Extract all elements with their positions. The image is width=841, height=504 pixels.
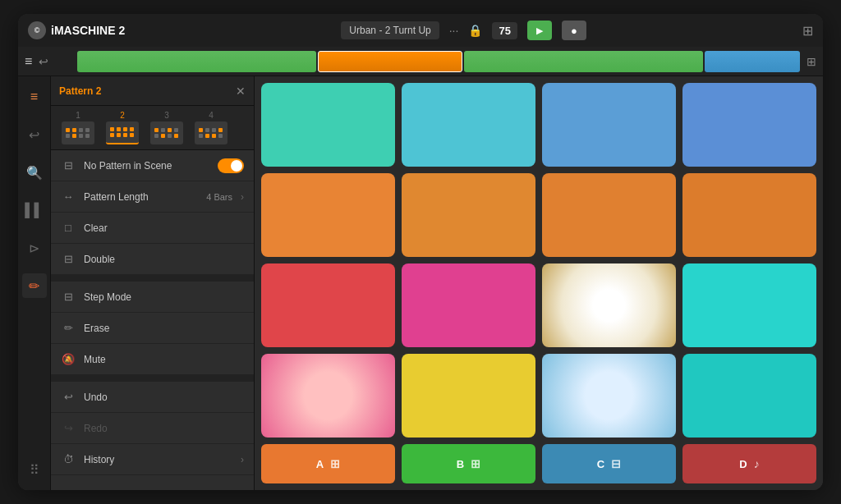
instrument-btn-d[interactable]: D ♪ xyxy=(682,444,816,483)
top-bar-center: Urban - 2 Turnt Up ··· 🔒 75 xyxy=(133,21,794,40)
dot xyxy=(199,134,203,138)
inst-a-label: A xyxy=(316,458,324,470)
sidebar-item-edit[interactable]: ✏ xyxy=(22,273,47,298)
pad-8[interactable] xyxy=(682,263,816,347)
dot xyxy=(161,128,165,132)
sidebar-item-navigate[interactable]: ⊳ xyxy=(22,236,47,260)
dot xyxy=(72,128,76,132)
pad-grid xyxy=(261,83,816,438)
grid-view-icon[interactable]: ⊞ xyxy=(802,23,813,39)
pad-14[interactable] xyxy=(402,83,535,167)
app-container: © iMASCHINE 2 Urban - 2 Turnt Up ··· 🔒 7… xyxy=(18,14,823,490)
inst-b-icon: ⊞ xyxy=(471,457,480,470)
song-title[interactable]: Urban - 2 Turnt Up xyxy=(341,21,439,39)
play-button[interactable] xyxy=(527,21,552,40)
pattern-tab-1[interactable]: 1 xyxy=(57,111,99,144)
dot xyxy=(123,133,127,137)
pad-9[interactable] xyxy=(261,173,395,257)
inst-b-label: B xyxy=(457,458,464,470)
sidebar-item-mixer[interactable]: ▌▌ xyxy=(22,198,47,222)
pattern-tab-2[interactable]: 2 xyxy=(102,111,143,144)
menu-toggle-icon[interactable]: ≡ xyxy=(25,54,32,69)
dot xyxy=(154,128,159,132)
instrument-btn-b[interactable]: B ⊞ xyxy=(402,444,535,483)
timeline-bar: ≡ ↩ ⊞ xyxy=(18,47,823,76)
pattern-thumb-2 xyxy=(106,121,139,144)
dot xyxy=(72,134,76,138)
sidebar-item-menu[interactable]: ≡ xyxy=(22,85,47,109)
pad-4[interactable] xyxy=(682,354,816,438)
more-options-icon[interactable]: ··· xyxy=(449,24,459,37)
menu-item-clear[interactable]: □ Clear xyxy=(51,213,254,244)
erase-label: Erase xyxy=(84,323,244,334)
pattern-thumb-1 xyxy=(62,121,94,144)
track-segment-c[interactable] xyxy=(464,51,703,72)
pad-7[interactable] xyxy=(542,263,676,347)
menu-item-redo: ↪ Redo xyxy=(51,413,254,444)
instrument-btn-c[interactable]: C ⊟ xyxy=(542,444,676,483)
dot xyxy=(212,134,216,138)
dot xyxy=(205,134,209,138)
timeline-left-icons: ≡ ↩ xyxy=(25,54,74,69)
dot xyxy=(154,134,159,138)
timeline-tracks[interactable] xyxy=(77,51,800,72)
menu-item-pattern-length[interactable]: ↔ Pattern Length 4 Bars › xyxy=(51,181,254,213)
pattern-tab-2-number: 2 xyxy=(120,111,125,120)
history-arrow: › xyxy=(241,454,244,465)
pattern-thumb-3 xyxy=(150,121,183,144)
no-pattern-label: No Pattern in Scene xyxy=(84,160,209,172)
undo-timeline-icon[interactable]: ↩ xyxy=(39,55,48,68)
pad-10[interactable] xyxy=(402,173,535,257)
track-segment-d[interactable] xyxy=(705,51,800,72)
pattern-length-arrow: › xyxy=(241,191,244,203)
menu-item-mute[interactable]: 🔕 Mute xyxy=(51,344,254,375)
bpm-display[interactable]: 75 xyxy=(492,22,517,39)
track-segment-a[interactable] xyxy=(77,51,316,72)
pad-3[interactable] xyxy=(542,354,676,438)
track-segment-b[interactable] xyxy=(318,51,462,72)
dot xyxy=(168,134,172,138)
menu-item-history[interactable]: ⏱ History › xyxy=(51,444,254,475)
double-label: Double xyxy=(84,254,244,265)
dot xyxy=(85,134,90,138)
pad-2[interactable] xyxy=(402,354,535,438)
pad-16[interactable] xyxy=(682,83,816,167)
step-mode-label: Step Mode xyxy=(84,291,244,303)
pattern-dots-2 xyxy=(110,127,135,137)
pad-6[interactable] xyxy=(402,263,535,347)
menu-item-undo[interactable]: ↩ Undo xyxy=(51,382,254,413)
record-button[interactable] xyxy=(562,21,586,40)
dot xyxy=(79,128,83,132)
left-sidebar: ≡ ↩ 🔍 ▌▌ ⊳ ✏ ⠿ xyxy=(18,76,51,490)
pad-15[interactable] xyxy=(542,83,676,167)
menu-item-erase[interactable]: ✏ Erase xyxy=(51,313,254,344)
pad-11[interactable] xyxy=(542,173,676,257)
menu-item-step-mode[interactable]: ⊟ Step Mode xyxy=(51,282,254,313)
pattern-tab-4[interactable]: 4 xyxy=(191,111,232,144)
timeline-settings-icon[interactable]: ⊞ xyxy=(803,55,816,68)
panel-header: Pattern 2 ✕ xyxy=(51,76,254,106)
sidebar-item-search[interactable]: 🔍 xyxy=(22,160,47,185)
pattern-tab-3[interactable]: 3 xyxy=(146,111,187,144)
pad-1[interactable] xyxy=(261,354,395,438)
sidebar-item-grid[interactable]: ⠿ xyxy=(22,457,47,482)
pattern-tab-4-number: 4 xyxy=(209,111,214,120)
app-title: iMASCHINE 2 xyxy=(51,24,125,37)
menu-separator-1 xyxy=(51,275,254,282)
pattern-dots-1 xyxy=(66,128,90,138)
panel-close-button[interactable]: ✕ xyxy=(236,85,246,98)
instrument-btn-a[interactable]: A ⊞ xyxy=(261,444,395,483)
menu-separator-2 xyxy=(51,375,254,382)
dot xyxy=(212,128,216,132)
sidebar-item-undo[interactable]: ↩ xyxy=(22,122,47,147)
menu-item-no-pattern[interactable]: ⊟ No Pattern in Scene xyxy=(51,150,254,181)
pad-5[interactable] xyxy=(261,263,395,347)
pad-13[interactable] xyxy=(261,83,395,167)
dot xyxy=(174,128,178,132)
dot xyxy=(79,134,83,138)
undo-menu-icon: ↩ xyxy=(61,391,76,403)
menu-item-double[interactable]: ⊟ Double xyxy=(51,244,254,275)
step-mode-icon: ⊟ xyxy=(61,291,76,303)
pad-12[interactable] xyxy=(682,173,816,257)
no-pattern-toggle[interactable] xyxy=(218,158,244,173)
